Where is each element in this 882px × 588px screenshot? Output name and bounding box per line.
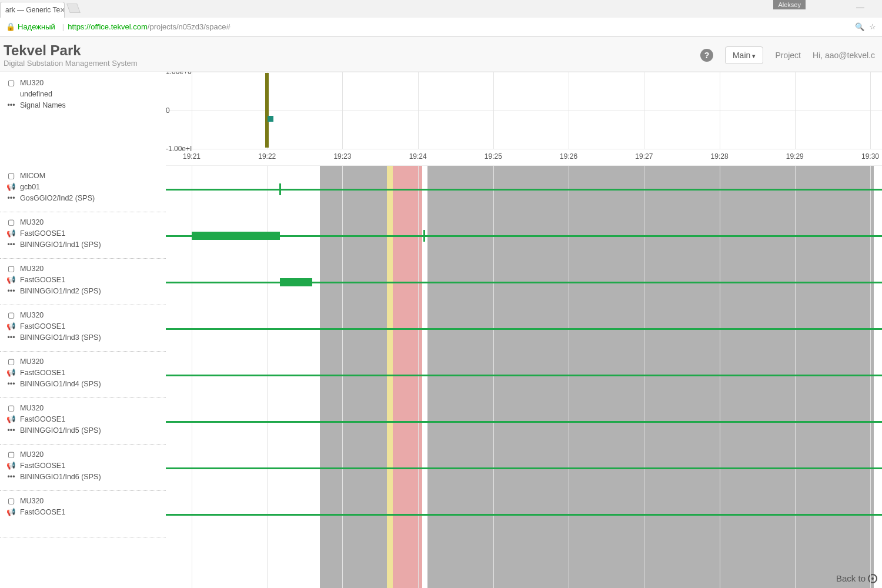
publisher-name: FastGOOSE1 (20, 368, 65, 379)
device-name: MU320 (20, 310, 44, 321)
high-state-bar (280, 278, 312, 286)
signal-list-header: ▢MU320 undefined •••Signal Names (0, 72, 166, 166)
url-bar[interactable]: 🔒 Надежный | https://office.tekvel.com/p… (0, 18, 882, 36)
browser-tab[interactable]: ark — Generic Te × (0, 2, 65, 18)
x-tick: 19:26 (560, 152, 577, 161)
signal-list: ▢MU320 undefined •••Signal Names ▢MICOM📢… (0, 72, 166, 588)
device-icon: ▢ (7, 356, 15, 368)
user-badge[interactable]: Aleksey (773, 0, 806, 9)
device-name: MU320 (20, 263, 44, 275)
signal-entry[interactable]: ▢MU320📢FastGOOSE1•••BININGGIO1/Ind4 (SPS… (0, 352, 166, 398)
main-dropdown[interactable]: Main (725, 46, 763, 64)
megaphone-icon: 📢 (7, 275, 15, 286)
project-link[interactable]: Project (775, 51, 801, 60)
timeline-row[interactable] (166, 166, 882, 212)
device-icon: ▢ (7, 310, 15, 321)
signal-baseline (166, 328, 882, 330)
signal-baseline (166, 467, 882, 469)
signal-rows[interactable] (166, 166, 882, 588)
dots-icon: ••• (7, 332, 15, 343)
signal-name: BININGGIO1/Ind2 (SPS) (20, 286, 101, 297)
megaphone-icon: 📢 (7, 507, 15, 518)
signal-baseline (166, 189, 882, 191)
signal-baseline (166, 514, 882, 516)
overview-chart[interactable]: 1.00e+60-1.00e+I 19:2119:2219:2319:2419:… (166, 72, 882, 166)
publisher-name: gcb01 (20, 182, 40, 193)
signal-name: BININGGIO1/Ind6 (SPS) (20, 472, 101, 483)
x-axis: 19:2119:2219:2319:2419:2519:2619:2719:28… (166, 151, 882, 165)
workspace: ▢MU320 undefined •••Signal Names ▢MICOM📢… (0, 72, 882, 588)
device-name: MU320 (20, 356, 44, 368)
signal-baseline (166, 421, 882, 423)
signal-name: BININGGIO1/Ind3 (SPS) (20, 332, 101, 343)
close-icon[interactable]: × (60, 5, 65, 15)
x-tick: 19:24 (409, 152, 427, 161)
publisher-name: FastGOOSE1 (20, 275, 65, 286)
star-icon[interactable]: ☆ (869, 22, 876, 31)
lock-icon: 🔒 (6, 22, 15, 31)
timeline-area[interactable]: 1.00e+60-1.00e+I 19:2119:2219:2319:2419:… (166, 72, 882, 588)
timeline-row[interactable] (166, 491, 882, 537)
signal-entry[interactable]: ▢MU320📢FastGOOSE1•••BININGGIO1/Ind1 (SPS… (0, 212, 166, 259)
signal-entry[interactable]: ▢MU320📢FastGOOSE1•••BININGGIO1/Ind3 (SPS… (0, 305, 166, 352)
back-to-top[interactable]: Back to (836, 573, 877, 583)
target-icon (868, 574, 877, 583)
window-minimize-icon[interactable]: — (856, 2, 864, 12)
dots-icon: ••• (7, 239, 15, 250)
x-tick: 19:27 (635, 152, 653, 161)
device-icon: ▢ (7, 496, 15, 507)
tab-title: ark — Generic Te (5, 6, 60, 14)
url-host: office.tekvel.com (91, 22, 148, 31)
dots-icon: ••• (7, 425, 15, 436)
device-name: MU320 (20, 217, 44, 228)
megaphone-icon: 📢 (7, 182, 15, 193)
megaphone-icon: 📢 (7, 321, 15, 332)
x-tick: 19:21 (183, 152, 201, 161)
new-tab-button[interactable] (66, 4, 81, 13)
signal-names-label: Signal Names (20, 100, 66, 111)
app-subtitle: Digital Substation Management System (4, 59, 138, 68)
signal-entry[interactable]: ▢MICOM📢gcb01•••GosGGIO2/Ind2 (SPS) (0, 166, 166, 212)
signal-name: BININGGIO1/Ind4 (SPS) (20, 379, 101, 390)
device-name: MICOM (20, 171, 45, 182)
megaphone-icon: 📢 (7, 228, 15, 239)
user-greeting[interactable]: Hi, aao@tekvel.c (813, 51, 875, 60)
timeline-row[interactable] (166, 305, 882, 352)
megaphone-icon: 📢 (7, 368, 15, 379)
timeline-row[interactable] (166, 445, 882, 491)
device-name: MU320 (20, 78, 44, 89)
dots-icon: ••• (7, 193, 15, 204)
publisher-name: FastGOOSE1 (20, 414, 65, 425)
timeline-row[interactable] (166, 398, 882, 445)
timeline-row[interactable] (166, 212, 882, 259)
signal-entry[interactable]: ▢MU320📢FastGOOSE1 (0, 491, 166, 537)
app-title: Tekvel Park (4, 42, 138, 59)
publisher-name: FastGOOSE1 (20, 507, 65, 518)
timeline-row[interactable] (166, 259, 882, 305)
status-text: undefined (20, 89, 52, 100)
timeline-row[interactable] (166, 352, 882, 398)
publisher-name: FastGOOSE1 (20, 228, 65, 239)
browser-tab-strip: ark — Generic Te × Aleksey — (0, 0, 882, 18)
signal-entry[interactable]: ▢MU320📢FastGOOSE1•••BININGGIO1/Ind5 (SPS… (0, 398, 166, 445)
x-tick: 19:22 (258, 152, 276, 161)
device-name: MU320 (20, 496, 44, 507)
x-tick: 19:25 (485, 152, 502, 161)
x-tick: 19:23 (333, 152, 351, 161)
zoom-icon[interactable]: 🔍 (855, 22, 864, 31)
device-icon: ▢ (7, 263, 15, 275)
signal-baseline (166, 375, 882, 376)
dots-icon: ••• (7, 472, 15, 483)
publisher-name: FastGOOSE1 (20, 321, 65, 332)
help-icon[interactable]: ? (700, 49, 713, 62)
url-path: /projects/n05zd3/space# (148, 22, 230, 31)
x-tick: 19:28 (711, 152, 729, 161)
signal-entry[interactable]: ▢MU320📢FastGOOSE1•••BININGGIO1/Ind6 (SPS… (0, 445, 166, 491)
device-name: MU320 (20, 449, 44, 460)
pulse-tick (279, 183, 281, 195)
signal-entry[interactable]: ▢MU320📢FastGOOSE1•••BININGGIO1/Ind2 (SPS… (0, 259, 166, 305)
high-state-bar (192, 232, 280, 240)
url-protocol: https:// (68, 22, 91, 31)
megaphone-icon: 📢 (7, 414, 15, 425)
dots-icon: ••• (7, 379, 15, 390)
